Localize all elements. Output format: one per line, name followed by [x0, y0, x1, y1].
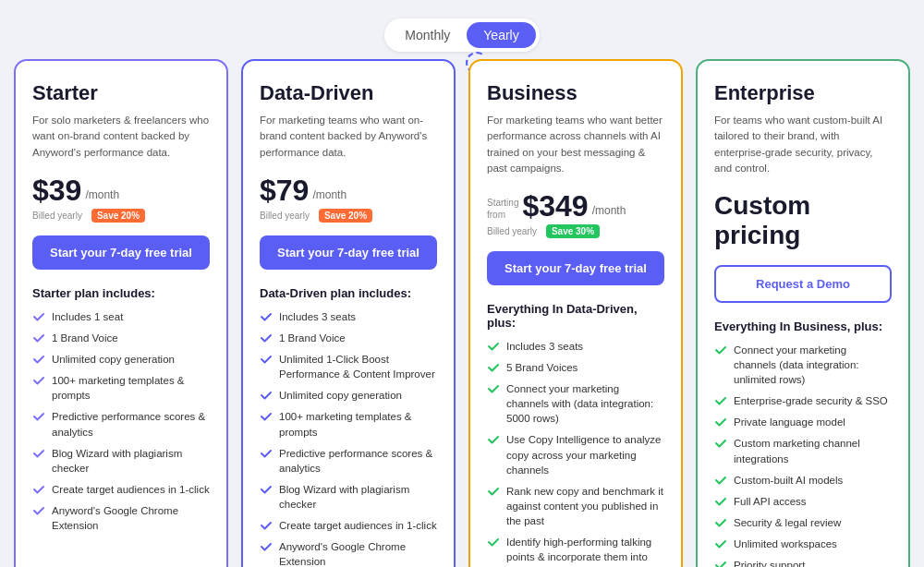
plan-name: Business: [487, 81, 664, 105]
price-meta: Billed yearly Save 30%: [487, 224, 664, 238]
feature-item: Create target audiences in 1-click: [32, 482, 210, 497]
check-icon: [32, 332, 45, 344]
plan-card-data-driven: Data-Driven For marketing teams who want…: [241, 59, 456, 567]
check-icon: [714, 344, 727, 356]
cta-button-business[interactable]: Start your 7-day free trial: [487, 251, 664, 285]
check-icon: [260, 410, 273, 423]
check-icon: [32, 374, 45, 387]
feature-item: Connect your marketing channels with (da…: [487, 381, 664, 426]
feature-item: Create target audiences in 1-click: [260, 518, 437, 533]
check-icon: [260, 389, 273, 402]
feature-item: 5 Brand Voices: [487, 360, 664, 375]
check-icon: [714, 495, 727, 508]
check-icon: [32, 483, 45, 496]
check-icon: [714, 516, 727, 529]
includes-title: Everything In Data-Driven, plus:: [487, 302, 664, 330]
check-icon: [714, 537, 727, 550]
feature-item: Custom-built AI models: [714, 473, 892, 488]
check-icon: [487, 536, 500, 549]
cta-button-enterprise[interactable]: Request a Demo: [714, 265, 892, 303]
plan-card-starter: Starter For solo marketers & freelancers…: [14, 59, 228, 567]
plan-desc: For marketing teams who want better perf…: [487, 113, 664, 176]
price-meta: Billed yearly Save 20%: [260, 209, 437, 223]
price-amount: $39: [32, 175, 81, 205]
save-tag: Save 30%: [546, 224, 600, 238]
check-icon: [487, 340, 500, 353]
save-tag: Save 20%: [319, 209, 372, 223]
plans-grid: Starter For solo marketers & freelancers…: [14, 59, 910, 567]
feature-item: Private language model: [714, 415, 892, 429]
feature-item: Security & legal review: [714, 515, 892, 530]
cta-button-starter[interactable]: Start your 7-day free trial: [32, 235, 210, 270]
check-icon: [260, 447, 273, 460]
check-icon: [714, 394, 727, 407]
feature-list: Includes 1 seat 1 Brand Voice Unlimited …: [32, 309, 210, 533]
price-row: $79 /month: [260, 175, 437, 205]
feature-item: Includes 3 seats: [260, 309, 437, 324]
yearly-toggle[interactable]: Yearly: [467, 22, 535, 48]
feature-item: 1 Brand Voice: [260, 331, 437, 345]
check-icon: [260, 483, 273, 496]
feature-item: Identify high-performing talking points …: [487, 535, 664, 567]
feature-item: Priority support: [714, 558, 892, 567]
cta-button-data-driven[interactable]: Start your 7-day free trial: [260, 235, 437, 270]
price-amount: $79: [260, 175, 309, 205]
feature-item: Full API access: [714, 494, 892, 509]
check-icon: [487, 433, 500, 446]
check-icon: [487, 361, 500, 374]
check-icon: [32, 410, 45, 423]
feature-item: Unlimited 1-Click Boost Performance & Co…: [260, 352, 437, 381]
plan-desc: For teams who want custom-built AI tailo…: [714, 113, 892, 176]
includes-title: Starter plan includes:: [32, 286, 210, 300]
feature-item: Connect your marketing channels (data in…: [714, 343, 892, 387]
includes-title: Everything In Business, plus:: [714, 320, 892, 333]
plan-name: Starter: [32, 81, 210, 105]
plan-card-enterprise: Enterprise For teams who want custom-bui…: [696, 59, 910, 567]
feature-item: Unlimited workspaces: [714, 537, 892, 551]
price-row: $39 /month: [32, 175, 210, 205]
feature-item: Rank new copy and benchmark it against c…: [487, 484, 664, 528]
check-icon: [714, 437, 727, 450]
feature-item: Predictive performance scores & analytic…: [260, 446, 437, 476]
plan-card-business: Business For marketing teams who want be…: [468, 59, 683, 567]
plan-desc: For solo marketers & freelancers who wan…: [32, 113, 210, 161]
check-icon: [714, 416, 727, 428]
check-icon: [260, 353, 273, 366]
feature-list: Connect your marketing channels (data in…: [714, 343, 892, 567]
feature-item: Unlimited copy generation: [32, 352, 210, 367]
check-icon: [32, 504, 45, 517]
includes-title: Data-Driven plan includes:: [260, 286, 437, 300]
check-icon: [260, 519, 273, 532]
price-meta: Billed yearly Save 20%: [32, 209, 210, 223]
feature-item: Blog Wizard with plagiarism checker: [32, 446, 210, 476]
check-icon: [32, 310, 45, 323]
check-icon: [487, 382, 500, 395]
price-amount: $349: [522, 191, 588, 221]
feature-item: Use Copy Intelligence to analyze copy ac…: [487, 432, 664, 477]
feature-list: Includes 3 seats 5 Brand Voices Connect …: [487, 339, 664, 567]
plan-desc: For marketing teams who want on-brand co…: [260, 113, 437, 161]
feature-item: 1 Brand Voice: [32, 331, 210, 345]
feature-list: Includes 3 seats 1 Brand Voice Unlimited…: [260, 309, 437, 567]
price-period: /month: [312, 188, 346, 201]
check-icon: [714, 474, 727, 487]
feature-item: Predictive performance scores & analytic…: [32, 409, 210, 439]
feature-item: Anyword's Google Chrome Extension: [32, 503, 210, 533]
check-icon: [32, 447, 45, 460]
feature-item: Includes 3 seats: [487, 339, 664, 354]
price-row: Startingfrom $349 /month: [487, 191, 664, 221]
check-icon: [32, 353, 45, 366]
feature-item: Anyword's Google Chrome Extension: [260, 539, 437, 567]
monthly-toggle[interactable]: Monthly: [388, 22, 467, 48]
plan-name: Data-Driven: [260, 81, 437, 105]
feature-item: 100+ marketing templates & prompts: [260, 409, 437, 439]
price-period: /month: [592, 204, 626, 217]
plan-name: Enterprise: [714, 81, 892, 105]
check-icon: [487, 485, 500, 498]
custom-price: Custom pricing: [714, 191, 892, 250]
save-tag: Save 20%: [91, 209, 145, 223]
starting-from: Startingfrom: [487, 197, 518, 221]
feature-item: Enterprise-grade security & SSO: [714, 393, 892, 408]
feature-item: Includes 1 seat: [32, 309, 210, 324]
check-icon: [260, 332, 273, 344]
